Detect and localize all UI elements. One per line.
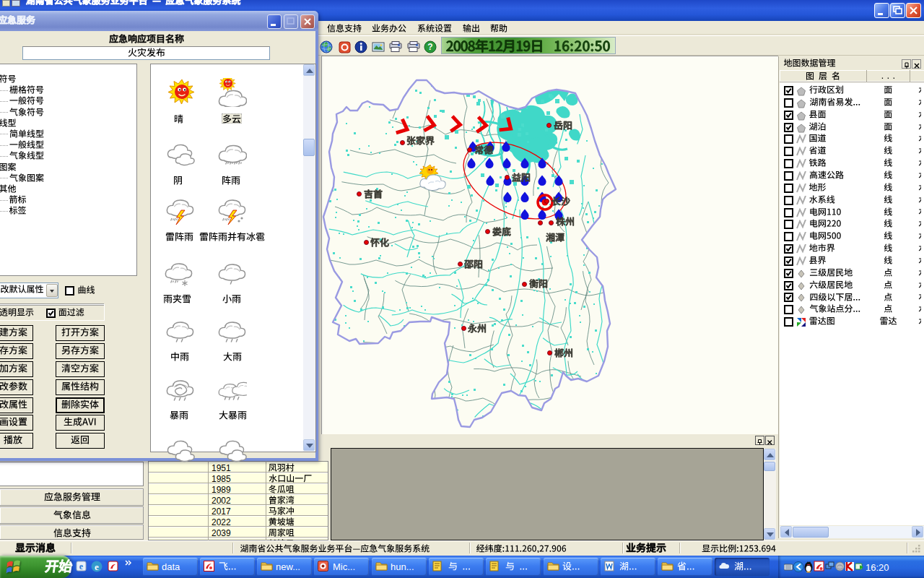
svg-text:e: e <box>79 561 84 571</box>
svg-text:?: ? <box>427 42 432 52</box>
svg-text:e: e <box>95 561 99 572</box>
